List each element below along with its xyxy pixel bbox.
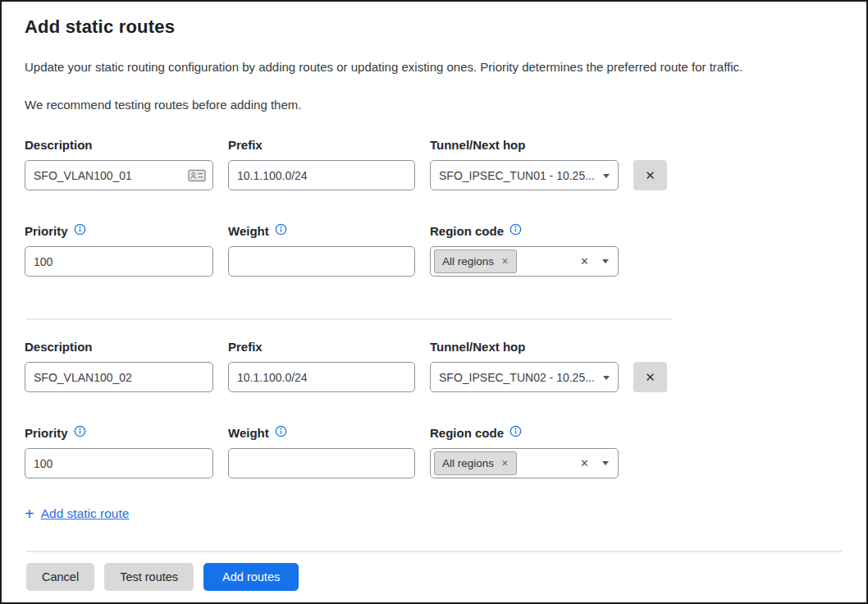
prefix-input[interactable] [228, 160, 415, 190]
priority-field-2: Priority [25, 424, 213, 478]
info-icon[interactable] [275, 425, 287, 440]
remove-route-button[interactable]: ✕ [633, 160, 667, 190]
prefix-label: Prefix [228, 136, 415, 153]
remove-route-button[interactable]: ✕ [633, 362, 667, 392]
chip-remove-icon[interactable]: ✕ [501, 459, 509, 468]
priority-label: Priority [25, 426, 68, 440]
description-field-1: Description [25, 136, 213, 190]
add-static-routes-dialog: Add static routes Update your static rou… [0, 0, 868, 604]
priority-label: Priority [25, 224, 68, 238]
tunnel-field-1: Tunnel/Next hop SFO_IPSEC_TUN01 - 10.25.… [430, 136, 619, 190]
weight-label: Weight [228, 426, 269, 440]
contact-card-icon[interactable] [188, 169, 206, 182]
chevron-down-icon [603, 376, 610, 380]
description-label: Description [25, 136, 213, 153]
prefix-input[interactable] [228, 362, 415, 392]
prefix-field-2: Prefix [228, 338, 415, 392]
region-multiselect[interactable]: All regions ✕ ✕ [430, 448, 619, 478]
add-static-route-row: + Add static route [25, 506, 843, 522]
add-routes-button[interactable]: Add routes [203, 563, 299, 591]
plus-icon: + [25, 506, 34, 522]
tunnel-label: Tunnel/Next hop [430, 136, 619, 153]
add-static-route-link[interactable]: Add static route [41, 506, 130, 521]
info-icon[interactable] [74, 425, 86, 440]
chip-remove-icon[interactable]: ✕ [501, 257, 509, 266]
description-input[interactable] [25, 362, 213, 392]
weight-label: Weight [228, 224, 269, 238]
region-chip: All regions ✕ [434, 451, 517, 475]
clear-selection-icon[interactable]: ✕ [580, 256, 589, 267]
tunnel-label: Tunnel/Next hop [430, 338, 619, 355]
tunnel-select-value: SFO_IPSEC_TUN01 - 10.25... [439, 169, 595, 182]
intro-text: Update your static routing configuration… [25, 60, 843, 74]
route-divider [26, 318, 673, 320]
recommendation-text: We recommend testing routes before addin… [25, 98, 843, 112]
close-icon: ✕ [645, 370, 656, 385]
chevron-down-icon [603, 174, 610, 178]
tunnel-select-value: SFO_IPSEC_TUN02 - 10.25... [439, 371, 595, 384]
priority-input[interactable] [25, 246, 213, 277]
region-field-1: Region code All regions ✕ [430, 222, 619, 277]
tunnel-field-2: Tunnel/Next hop SFO_IPSEC_TUN02 - 10.25.… [430, 338, 619, 392]
region-chip-label: All regions [442, 255, 494, 268]
region-chip: All regions ✕ [434, 249, 517, 273]
weight-input[interactable] [228, 448, 415, 478]
description-label: Description [25, 338, 213, 355]
tunnel-select[interactable]: SFO_IPSEC_TUN01 - 10.25... [430, 160, 619, 190]
description-field-2: Description [25, 338, 213, 392]
chevron-down-icon [602, 259, 609, 263]
region-label: Region code [430, 426, 504, 440]
prefix-field-1: Prefix [228, 136, 415, 190]
prefix-label: Prefix [228, 338, 415, 355]
tunnel-select[interactable]: SFO_IPSEC_TUN02 - 10.25... [430, 362, 619, 392]
info-icon[interactable] [275, 223, 287, 238]
description-input[interactable] [25, 160, 213, 190]
cancel-button[interactable]: Cancel [26, 563, 94, 591]
region-chip-label: All regions [442, 457, 494, 469]
clear-selection-icon[interactable]: ✕ [580, 458, 589, 469]
route-block-1: Description [25, 136, 843, 277]
page-title: Add static routes [25, 16, 843, 38]
region-multiselect[interactable]: All regions ✕ ✕ [430, 246, 619, 277]
chevron-down-icon [602, 461, 609, 465]
region-label: Region code [430, 224, 504, 238]
weight-field-2: Weight [228, 424, 415, 478]
priority-field-1: Priority [25, 222, 213, 277]
info-icon[interactable] [509, 425, 522, 440]
close-icon: ✕ [645, 168, 656, 183]
region-field-2: Region code All regions ✕ [430, 424, 619, 478]
footer: Cancel Test routes Add routes [25, 551, 843, 591]
test-routes-button[interactable]: Test routes [104, 563, 194, 591]
weight-field-1: Weight [228, 222, 415, 277]
route-block-2: Description Prefix Tunnel/Next hop SFO_I… [25, 338, 843, 478]
priority-input[interactable] [25, 448, 213, 478]
info-icon[interactable] [74, 223, 86, 238]
info-icon[interactable] [509, 223, 522, 238]
weight-input[interactable] [228, 246, 415, 277]
